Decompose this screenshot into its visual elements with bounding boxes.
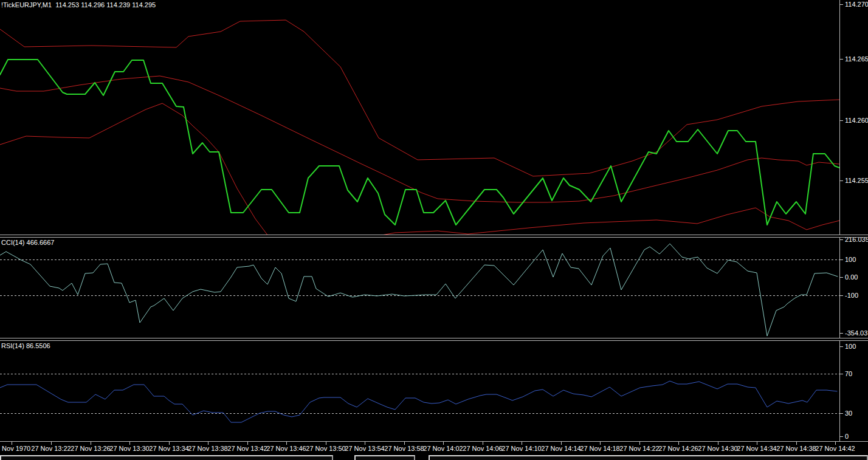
main-axis-tick — [840, 120, 843, 121]
cci-axis-tick — [840, 277, 843, 278]
time-tick — [483, 442, 483, 445]
time-label: 27 Nov 13:38 — [188, 445, 227, 452]
time-label: 27 Nov 13:26 — [71, 445, 110, 452]
time-tick — [404, 442, 405, 445]
rsi-axis-tick — [840, 346, 843, 347]
rsi-axis-label: 0 — [845, 433, 849, 440]
time-tick — [247, 442, 248, 445]
rsi-axis-label: 100 — [845, 343, 856, 350]
main-axis-tick — [840, 4, 843, 5]
time-label: 27 Nov 14:42 — [815, 445, 855, 452]
price-line — [0, 60, 839, 225]
panel-separator[interactable] — [0, 338, 868, 341]
window-top-edge[interactable] — [429, 455, 868, 460]
main-axis-label: 114.265 — [845, 55, 868, 63]
time-label: 27 Nov 13:30 — [109, 445, 149, 452]
cci-indicator-panel[interactable]: CCI(14) 466.6667 — [0, 238, 868, 338]
cci-axis-tick — [840, 239, 843, 240]
time-tick — [522, 442, 522, 445]
rsi-axis-tick — [840, 436, 843, 437]
price-scale[interactable]: 114.270114.265114.260114.255216.03591000… — [839, 0, 868, 441]
time-label: 27 Nov 14:22 — [619, 445, 659, 452]
window-top-edge[interactable] — [354, 455, 415, 460]
time-tick — [129, 442, 130, 445]
rsi-axis-tick — [840, 374, 843, 374]
bottom-windows — [0, 454, 868, 460]
time-tick — [326, 442, 326, 445]
price-chart-canvas[interactable] — [0, 0, 839, 235]
time-label: 27 Nov 14:14 — [541, 445, 580, 452]
time-scale[interactable]: 27 Nov 197027 Nov 13:2227 Nov 13:2627 No… — [0, 441, 868, 455]
cci-axis-label: 0.00 — [845, 273, 858, 281]
rsi-line — [0, 381, 837, 422]
cci-axis-label: -354.0374 — [845, 329, 868, 337]
main-axis-tick — [840, 180, 843, 181]
bollinger-lower-line — [0, 103, 839, 235]
window-top-edge[interactable] — [0, 455, 333, 460]
cci-chart-canvas[interactable] — [0, 238, 839, 338]
time-label: 27 Nov 14:34 — [737, 445, 776, 452]
time-tick — [443, 442, 444, 445]
time-label: 27 Nov 13:50 — [306, 445, 345, 452]
time-tick — [91, 442, 91, 445]
time-tick — [208, 442, 208, 445]
time-tick — [12, 442, 12, 445]
cci-axis-tick — [840, 333, 843, 334]
chart-title: !TickEURJPY,M1 114.253 114.296 114.239 1… — [1, 1, 156, 9]
time-label: 27 Nov 13:22 — [31, 445, 71, 452]
time-label: 27 Nov 14:02 — [423, 445, 463, 452]
cci-axis-tick — [840, 259, 843, 260]
time-label: 27 Nov 13:54 — [345, 445, 384, 452]
bollinger-middle-line — [0, 76, 839, 202]
time-tick — [835, 442, 836, 445]
main-axis-label: 114.270 — [845, 1, 868, 8]
time-tick — [561, 442, 562, 445]
time-tick — [169, 442, 170, 445]
time-label: 27 Nov 13:42 — [227, 445, 267, 452]
time-label: 27 Nov 13:46 — [266, 445, 306, 452]
time-tick — [718, 442, 718, 445]
time-tick — [796, 442, 797, 445]
time-label: 27 Nov 14:06 — [463, 445, 502, 452]
time-label: 27 Nov 14:26 — [658, 445, 698, 452]
time-tick — [600, 442, 601, 445]
time-tick — [757, 442, 757, 445]
rsi-chart-canvas[interactable] — [0, 341, 839, 441]
rsi-axis-label: 70 — [845, 370, 852, 377]
time-tick — [639, 442, 640, 445]
time-label: 27 Nov 14:38 — [776, 445, 816, 452]
price-chart-panel[interactable]: !TickEURJPY,M1 114.253 114.296 114.239 1… — [0, 0, 868, 235]
bollinger-upper-line — [0, 20, 839, 176]
rsi-indicator-panel[interactable]: RSI(14) 86.5506 — [0, 341, 868, 441]
time-tick — [678, 442, 679, 445]
cci-indicator-label: CCI(14) 466.6667 — [1, 239, 54, 246]
time-tick — [286, 442, 287, 445]
panel-separator[interactable] — [0, 235, 868, 238]
time-label: 27 Nov 14:30 — [698, 445, 737, 452]
main-axis-label: 114.255 — [845, 177, 868, 184]
cci-line — [0, 244, 838, 336]
cci-axis-label: -100 — [845, 292, 858, 299]
rsi-axis-tick — [840, 413, 843, 414]
time-label: 27 Nov 14:10 — [501, 445, 541, 452]
time-label: 27 Nov 14:18 — [580, 445, 619, 452]
time-label: 27 Nov 1970 — [0, 445, 30, 452]
time-tick — [51, 442, 52, 445]
time-tick — [365, 442, 365, 445]
cci-axis-label: 100 — [845, 256, 856, 263]
cci-axis-tick — [840, 295, 843, 296]
time-label: 27 Nov 13:34 — [149, 445, 188, 452]
main-axis-tick — [840, 59, 843, 60]
main-axis-label: 114.260 — [845, 117, 868, 124]
rsi-indicator-label: RSI(14) 86.5506 — [1, 342, 50, 349]
time-label: 27 Nov 13:58 — [384, 445, 424, 452]
rsi-axis-label: 30 — [845, 410, 852, 417]
mt4-chart-window: !TickEURJPY,M1 114.253 114.296 114.239 1… — [0, 0, 868, 460]
